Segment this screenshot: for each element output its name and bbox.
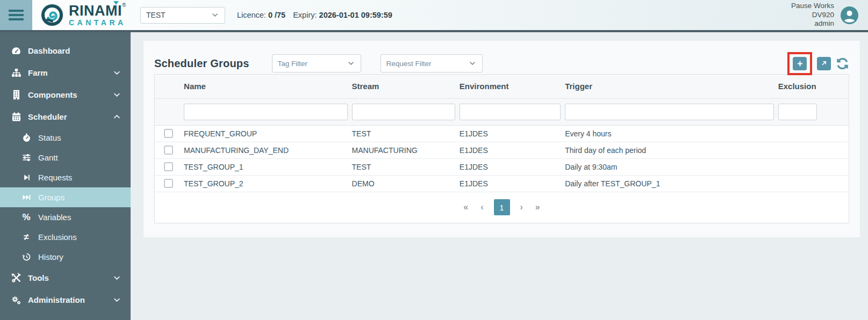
page-title: Scheduler Groups — [154, 57, 249, 70]
first-page-button[interactable]: « — [461, 201, 470, 213]
chevron-down-icon — [113, 274, 121, 282]
brand-name: RINAMI® — [69, 4, 126, 18]
building-icon — [10, 90, 23, 100]
chevron-down-icon — [211, 11, 219, 19]
sitemap-icon — [10, 68, 23, 78]
environment-filter-input[interactable] — [460, 104, 561, 120]
column-header-name: Name — [182, 75, 349, 98]
request-filter-select[interactable]: Request Filter — [381, 54, 483, 72]
checkbox-column-header — [155, 75, 182, 98]
environment-select[interactable]: TEST — [140, 7, 225, 24]
user-info: Pause Works DV920 admin — [791, 2, 834, 28]
trigger-filter-input[interactable] — [565, 104, 774, 120]
sidebar-item-gantt[interactable]: Gantt — [0, 148, 131, 168]
column-header-stream: Stream — [350, 75, 457, 98]
arrow-up-right-icon — [817, 57, 831, 70]
current-page-button[interactable]: 1 — [494, 199, 510, 215]
chevron-down-icon — [113, 296, 121, 304]
chevron-down-icon — [347, 59, 355, 68]
refresh-icon — [836, 57, 849, 70]
content-panel: Scheduler Groups Tag Filter Request Filt… — [144, 41, 860, 237]
sidebar-item-tools[interactable]: Tools — [0, 267, 131, 289]
cell-environment: E1JDES — [457, 125, 563, 142]
next-page-button[interactable]: › — [518, 201, 525, 213]
row-checkbox[interactable] — [164, 179, 173, 188]
chevron-down-icon — [468, 59, 477, 68]
brand-accent-icon — [113, 1, 119, 5]
name-filter-input[interactable] — [184, 104, 347, 120]
step-forward-icon — [20, 173, 33, 181]
gears-icon — [10, 295, 23, 306]
tag-filter-select[interactable]: Tag Filter — [272, 54, 361, 72]
cell-exclusion — [776, 158, 849, 175]
percent-icon: % — [20, 213, 33, 222]
cell-name: TEST_GROUP_2 — [182, 175, 349, 192]
cell-name: MANUFACTURING_DAY_END — [182, 142, 349, 158]
sidebar-item-administration[interactable]: Administration — [0, 289, 131, 311]
cell-exclusion — [776, 175, 849, 192]
sidebar-item-status[interactable]: Status — [0, 128, 131, 148]
row-checkbox[interactable] — [164, 162, 173, 171]
cell-environment: E1JDES — [457, 158, 563, 175]
cell-stream: TEST — [350, 125, 457, 142]
sidebar: Dashboard Farm Components Scheduler — [0, 32, 131, 320]
last-page-button[interactable]: » — [533, 201, 542, 213]
table-row[interactable]: FREQUENT_GROUP TEST E1JDES Every 4 hours — [155, 125, 849, 142]
sidebar-item-requests[interactable]: Requests — [0, 168, 131, 187]
menu-icon[interactable] — [0, 0, 32, 30]
column-header-exclusion: Exclusion — [776, 75, 849, 98]
column-header-environment: Environment — [457, 75, 563, 98]
sidebar-item-dashboard[interactable]: Dashboard — [0, 40, 131, 62]
table-row[interactable]: MANUFACTURING_DAY_END MANUFACTURING E1JD… — [155, 142, 849, 158]
groups-table: Name Stream Environment Trigger Exclusio… — [154, 74, 849, 223]
exclusion-filter-input[interactable] — [778, 104, 817, 120]
cell-name: TEST_GROUP_1 — [182, 158, 349, 175]
plus-icon — [793, 57, 807, 70]
row-checkbox[interactable] — [164, 129, 173, 138]
user-name: Pause Works — [791, 2, 834, 10]
cell-exclusion — [776, 125, 849, 142]
sidebar-item-scheduler[interactable]: Scheduler — [0, 106, 131, 128]
avatar-icon[interactable] — [841, 6, 858, 24]
sliders-icon — [20, 153, 33, 162]
stream-filter-input[interactable] — [352, 104, 455, 120]
tools-icon — [10, 273, 23, 283]
chevron-down-icon — [113, 91, 121, 99]
sidebar-item-components[interactable]: Components — [0, 84, 131, 106]
cell-environment: E1JDES — [457, 142, 563, 158]
sidebar-item-groups[interactable]: Groups — [0, 187, 131, 207]
previous-page-button[interactable]: ‹ — [478, 201, 485, 213]
open-external-button[interactable] — [817, 57, 831, 70]
cell-exclusion — [776, 142, 849, 158]
top-header: RINAMI® CANTARA TEST Licence: 0 /75 Expi… — [0, 0, 868, 30]
add-group-button[interactable] — [793, 57, 807, 70]
licence-info: Licence: 0 /75 Expiry: 2026-01-01 09:59:… — [237, 11, 392, 19]
table-row[interactable]: TEST_GROUP_2 DEMO E1JDES Daily after TES… — [155, 175, 849, 192]
sidebar-item-exclusions[interactable]: ≠ Exclusions — [0, 227, 131, 247]
brand-subname: CANTARA — [69, 19, 126, 26]
cell-stream: DEMO — [350, 175, 457, 192]
sidebar-item-history[interactable]: History — [0, 247, 131, 267]
environment-select-value: TEST — [146, 11, 211, 19]
table-filter-row — [155, 98, 849, 125]
table-header-row: Name Stream Environment Trigger Exclusio… — [155, 75, 849, 98]
gauge-icon — [10, 46, 23, 56]
cell-environment: E1JDES — [457, 175, 563, 192]
refresh-button[interactable] — [836, 57, 849, 70]
chevron-down-icon — [113, 69, 121, 77]
calendar-icon — [10, 112, 23, 122]
sidebar-item-variables[interactable]: % Variables — [0, 207, 131, 227]
stopwatch-icon — [20, 133, 33, 142]
user-instance: DV920 — [791, 11, 834, 19]
cell-trigger: Daily after TEST_GROUP_1 — [563, 175, 776, 192]
table-row[interactable]: TEST_GROUP_1 TEST E1JDES Daily at 9:30am — [155, 158, 849, 175]
cell-stream: TEST — [350, 158, 457, 175]
chevron-up-icon — [113, 113, 121, 121]
not-equal-icon: ≠ — [20, 232, 33, 242]
row-checkbox[interactable] — [164, 146, 173, 155]
sidebar-item-farm[interactable]: Farm — [0, 62, 131, 84]
user-role: admin — [791, 19, 834, 28]
brand-logo: RINAMI® CANTARA — [40, 3, 126, 27]
cell-trigger: Daily at 9:30am — [563, 158, 776, 175]
cell-trigger: Third day of each period — [563, 142, 776, 158]
